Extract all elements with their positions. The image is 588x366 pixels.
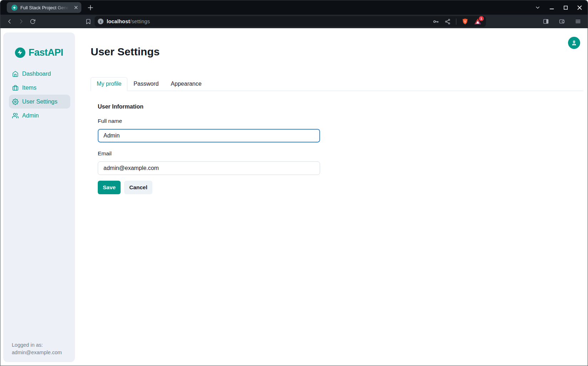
reload-icon[interactable] xyxy=(27,16,37,26)
tab-appearance[interactable]: Appearance xyxy=(165,77,208,91)
fastapi-favicon-icon xyxy=(11,5,17,11)
site-info-icon[interactable]: i xyxy=(98,19,103,24)
sidebar-panel-icon[interactable] xyxy=(543,18,549,25)
sidebar-item-label: User Settings xyxy=(22,98,57,105)
maximize-icon[interactable] xyxy=(562,4,569,11)
key-icon[interactable] xyxy=(432,18,439,25)
logo-text: FastAPI xyxy=(29,47,63,58)
logged-in-email: admin@example.com xyxy=(12,349,62,356)
user-information-form: User Information Full name Email Save Ca… xyxy=(91,104,320,194)
settings-tabs: My profile Password Appearance xyxy=(91,77,583,91)
tab-close-icon[interactable] xyxy=(73,4,79,11)
sidebar-item-user-settings[interactable]: User Settings xyxy=(9,95,70,109)
brave-shield-icon[interactable] xyxy=(462,18,468,25)
omnibox-actions: 1 xyxy=(432,17,482,25)
window-controls xyxy=(534,4,583,11)
form-actions: Save Cancel xyxy=(98,181,320,194)
fastapi-bolt-icon xyxy=(15,47,25,58)
logged-in-label: Logged in as: xyxy=(12,341,62,349)
fastapi-logo: FastAPI xyxy=(3,46,75,59)
brave-rewards-icon[interactable]: 1 xyxy=(474,17,482,25)
cancel-button[interactable]: Cancel xyxy=(124,181,152,194)
wallet-icon[interactable] xyxy=(559,18,565,25)
toolbar-right-actions xyxy=(543,18,583,25)
minimize-icon[interactable] xyxy=(548,4,555,11)
page-title: User Settings xyxy=(91,45,583,58)
save-button[interactable]: Save xyxy=(98,181,121,194)
sidebar-item-dashboard[interactable]: Dashboard xyxy=(9,67,70,81)
back-icon[interactable] xyxy=(5,16,15,26)
sidebar-item-items[interactable]: Items xyxy=(9,81,70,95)
full-name-label: Full name xyxy=(98,118,320,124)
tab-my-profile[interactable]: My profile xyxy=(91,77,127,91)
email-label: Email xyxy=(98,150,320,157)
forward-icon[interactable] xyxy=(16,16,26,26)
separator xyxy=(456,19,456,25)
sidebar-item-admin[interactable]: Admin xyxy=(9,109,70,122)
sidebar: FastAPI Dashboard Items User Settings A xyxy=(3,32,75,362)
users-icon xyxy=(12,112,19,119)
sidebar-item-label: Admin xyxy=(22,112,39,119)
email-input[interactable] xyxy=(98,161,320,175)
section-title: User Information xyxy=(98,104,320,110)
browser-tab[interactable]: Full Stack Project Genera xyxy=(7,2,81,13)
rewards-notification-badge: 1 xyxy=(479,16,484,21)
menu-icon[interactable] xyxy=(575,18,581,25)
sidebar-menu: Dashboard Items User Settings Admin xyxy=(3,67,75,122)
user-avatar-icon xyxy=(571,40,577,46)
close-icon[interactable] xyxy=(576,4,583,11)
page-content: FastAPI Dashboard Items User Settings A xyxy=(0,28,588,366)
full-name-input[interactable] xyxy=(98,129,320,142)
briefcase-icon xyxy=(12,85,19,91)
main-area: User Settings My profile Password Appear… xyxy=(91,28,583,194)
home-icon xyxy=(12,71,19,77)
gear-icon xyxy=(12,99,19,105)
new-tab-button[interactable] xyxy=(87,5,93,11)
sidebar-item-label: Items xyxy=(22,84,36,91)
bookmark-icon[interactable] xyxy=(83,16,93,26)
user-menu-button[interactable] xyxy=(568,37,580,49)
url-text: localhost/settings xyxy=(107,19,150,24)
share-icon[interactable] xyxy=(445,19,451,25)
tab-title: Full Stack Project Genera xyxy=(20,5,70,10)
browser-toolbar: i localhost/settings xyxy=(0,15,588,28)
tab-password[interactable]: Password xyxy=(127,77,164,91)
logged-in-info: Logged in as: admin@example.com xyxy=(12,341,62,356)
browser-window: Full Stack Project Genera xyxy=(0,0,588,366)
tab-strip: Full Stack Project Genera xyxy=(0,0,588,15)
tab-search-icon[interactable] xyxy=(534,4,541,11)
sidebar-item-label: Dashboard xyxy=(22,70,51,77)
address-bar[interactable]: i localhost/settings xyxy=(95,16,486,27)
